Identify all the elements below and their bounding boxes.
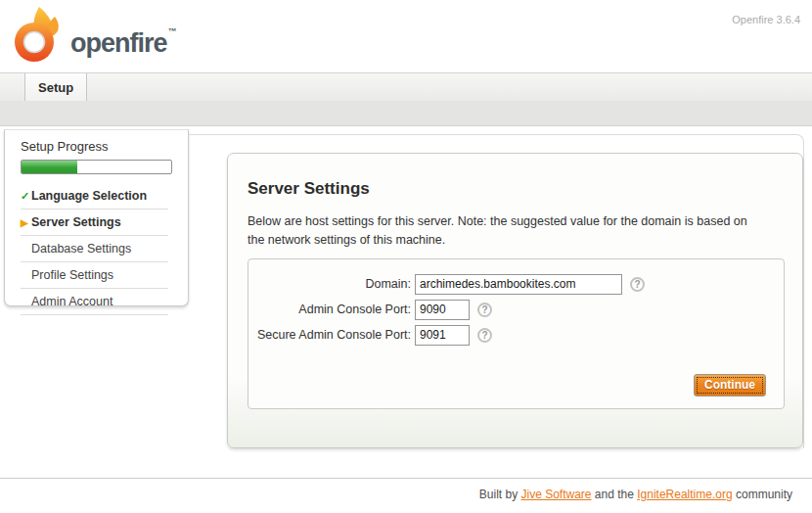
domain-input[interactable] — [415, 274, 622, 295]
page-title: Server Settings — [248, 179, 370, 199]
setup-steps-list: ✓ Language Selection ▶ Server Settings D… — [21, 183, 168, 315]
tab-bar: Setup — [0, 72, 812, 101]
secure-port-label: Secure Admin Console Port: — [248, 328, 415, 342]
setup-progress-title: Setup Progress — [5, 130, 188, 154]
igniterealtime-link[interactable]: IgniteRealtime.org — [637, 488, 732, 501]
step-label: Profile Settings — [31, 268, 113, 282]
check-icon: ✓ — [21, 190, 31, 203]
flame-logo-icon — [12, 6, 61, 63]
continue-button[interactable]: Continue — [694, 374, 766, 396]
jive-software-link[interactable]: Jive Software — [521, 488, 592, 501]
tab-setup[interactable]: Setup — [24, 73, 87, 101]
step-language-selection: ✓ Language Selection — [21, 183, 168, 210]
brand-name: openfire™ — [70, 26, 177, 59]
help-icon[interactable]: ? — [477, 328, 492, 343]
step-server-settings: ▶ Server Settings — [21, 210, 168, 236]
page-footer: Built by Jive Software and the IgniteRea… — [0, 478, 812, 501]
arrow-right-icon: ▶ — [21, 217, 31, 228]
server-settings-card: Server Settings Below are host settings … — [227, 153, 803, 448]
step-profile-settings: Profile Settings — [21, 262, 168, 289]
admin-port-input[interactable] — [415, 300, 470, 320]
help-icon[interactable]: ? — [630, 277, 645, 292]
app-header: openfire™ Openfire 3.6.4 — [0, 0, 812, 72]
openfire-logo: openfire™ — [12, 6, 177, 63]
step-label: Database Settings — [31, 242, 131, 256]
setup-progress-panel: Setup Progress ✓ Language Selection ▶ Se… — [4, 129, 189, 306]
step-label: Admin Account — [31, 295, 113, 308]
sub-nav-bar — [0, 101, 812, 126]
footer-text: Built by — [479, 488, 521, 501]
help-icon[interactable]: ? — [477, 303, 492, 317]
domain-label: Domain: — [248, 277, 415, 291]
server-settings-form: Domain: ? Admin Console Port: ? Secure A… — [248, 258, 785, 409]
form-row-domain: Domain: ? — [248, 273, 645, 295]
trademark: ™ — [168, 26, 177, 36]
form-row-secure-port: Secure Admin Console Port: ? — [248, 324, 492, 346]
step-label: Server Settings — [31, 215, 121, 229]
page-description: Below are host settings for this server.… — [248, 212, 752, 250]
progress-bar-fill — [22, 161, 77, 173]
step-admin-account: Admin Account — [21, 289, 168, 315]
progress-bar — [21, 160, 172, 174]
footer-text: and the — [592, 488, 638, 501]
secure-port-input[interactable] — [415, 325, 470, 346]
step-database-settings: Database Settings — [21, 236, 168, 262]
footer-text: community — [733, 488, 792, 501]
form-row-admin-port: Admin Console Port: ? — [248, 299, 492, 320]
version-label: Openfire 3.6.4 — [732, 14, 800, 25]
admin-port-label: Admin Console Port: — [248, 303, 415, 316]
step-label: Language Selection — [31, 189, 147, 203]
